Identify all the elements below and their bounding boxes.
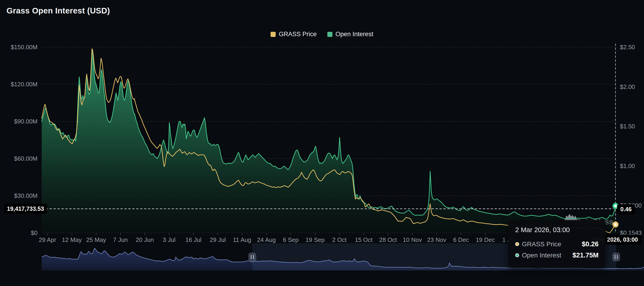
crosshair-price-value-badge: 0.46: [617, 204, 635, 214]
tooltip-series-label: GRASS Price: [522, 240, 561, 248]
crosshair-oi-value-badge: 19,417,733.53: [4, 204, 47, 214]
x-axis-tick: 24 Aug: [257, 236, 276, 243]
open-interest-area: [42, 49, 616, 233]
left-axis-tick: $120.00M: [3, 81, 38, 88]
right-axis-tick: $2.50: [620, 44, 635, 51]
chart-root: Grass Open Interest (USD) GRASS PriceOpe…: [0, 0, 644, 286]
left-axis-tick: $90.00M: [3, 118, 38, 125]
tooltip-series-value: $0.26: [582, 240, 598, 248]
left-axis-tick: $150.00M: [3, 44, 38, 51]
right-axis-tick: $1.50: [620, 123, 635, 130]
right-axis-tick: $1.00: [620, 163, 635, 170]
x-axis-tick: 15 Oct: [355, 236, 373, 243]
x-axis-tick: 29 Jul: [210, 236, 226, 243]
x-axis-tick: 20 Jun: [136, 236, 154, 243]
tooltip: 2 Mar 2026, 03:00 GRASS Price$0.26Open I…: [508, 220, 606, 268]
x-axis-tick: 3 Jul: [163, 236, 176, 243]
tooltip-row: GRASS Price$0.26: [515, 240, 598, 248]
series-dot-icon: [515, 242, 519, 246]
x-axis-tick: 28 Oct: [379, 236, 397, 243]
tooltip-row: Open Interest$21.75M: [515, 251, 598, 259]
x-axis-tick: 19 Sep: [306, 236, 324, 243]
left-axis-tick: $0: [3, 229, 38, 237]
x-axis-tick: 10 Nov: [403, 236, 422, 243]
tooltip-date: 2 Mar 2026, 03:00: [515, 226, 598, 234]
x-axis-tick: 6 Sep: [283, 236, 298, 243]
left-axis-tick: $60.00M: [3, 155, 38, 162]
x-axis-tick: 12 May: [62, 236, 82, 243]
watermark-logo-icon: [564, 214, 577, 220]
x-axis-tick: 25 May: [86, 236, 106, 243]
tooltip-series-value: $21.75M: [572, 251, 598, 259]
x-axis-tick: 6 Dec: [453, 236, 469, 243]
navigator-handle-left[interactable]: [248, 253, 256, 261]
x-axis-tick: 19 Dec: [476, 236, 495, 243]
x-axis-tick: 29 Apr: [39, 236, 56, 243]
right-axis-tick: $2.00: [620, 83, 635, 91]
last-point-marker-price: [614, 222, 618, 227]
x-axis-tick: 23 Nov: [427, 236, 446, 243]
tooltip-series-label: Open Interest: [522, 252, 561, 259]
series-dot-icon: [515, 253, 519, 257]
navigator-handle-right[interactable]: [612, 253, 620, 261]
x-axis-tick: 2 Oct: [332, 236, 346, 243]
x-axis-tick: 11 Aug: [233, 236, 251, 243]
x-axis-tick: 16 Jul: [185, 236, 201, 243]
left-axis-tick: $30.00M: [3, 192, 38, 199]
x-axis-tick: 7 Jun: [113, 236, 128, 243]
